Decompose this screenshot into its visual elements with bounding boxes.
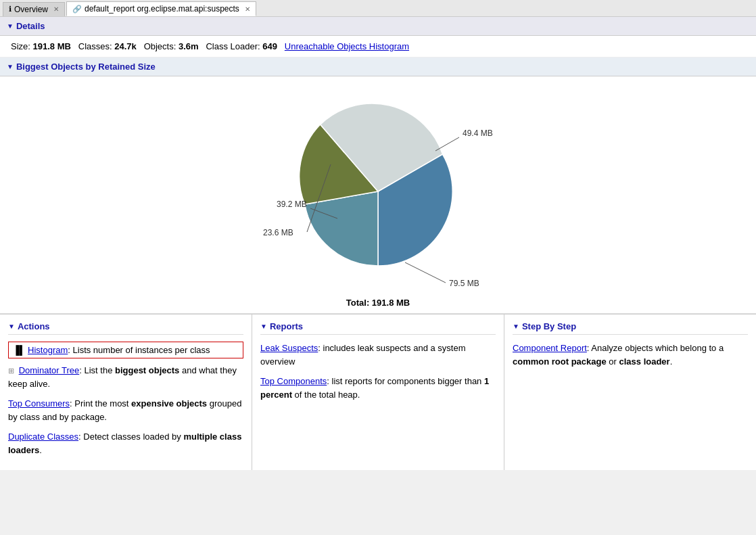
tab-default-report-close[interactable]: ✕ [245,5,250,13]
details-collapse-icon[interactable]: ▼ [7,22,14,30]
reports-panel: ▼ Reports Leak Suspects: includes leak s… [252,315,504,470]
size-label: Size: [11,41,30,51]
label-line-1 [435,137,459,151]
label-23mb: 23.6 MB [263,228,293,237]
main-content: ▼ Details Size: 191.8 MB Classes: 24.7k … [0,17,756,470]
tab-overview-label: Overview [14,5,48,14]
histogram-action-item: ▐▌ Histogram: Lists number of instances … [8,342,243,358]
reports-collapse-icon[interactable]: ▼ [260,323,267,330]
objects-value: 3.6m [179,41,199,51]
chart-total-label: Total: 191.8 MB [236,298,520,308]
duplicate-classes-link[interactable]: Duplicate Classes [8,432,78,442]
reports-header-label: Reports [270,321,303,331]
histogram-bar-icon: ▐▌ [13,345,25,355]
dominator-desc1: : List the [79,365,115,375]
details-section-header: ▼ Details [0,17,756,36]
histogram-link[interactable]: Histogram [28,345,68,355]
info-icon: ℹ [9,5,11,14]
actions-panel-header: ▼ Actions [8,321,243,335]
tab-default-report-label: default_report org.eclipse.mat.api:suspe… [85,4,239,14]
step-by-step-panel: ▼ Step By Step Component Report: Analyze… [504,315,756,470]
top-components-item: Top Components: list reports for compone… [260,375,496,401]
classloader-label: Class Loader: [206,41,260,51]
component-report-link[interactable]: Component Report [513,343,587,353]
duplicate-classes-desc2: . [39,445,42,455]
tab-overview-close[interactable]: ✕ [53,5,59,13]
bottom-panels: ▼ Actions ▐▌ Histogram: Lists number of … [0,314,756,470]
actions-panel: ▼ Actions ▐▌ Histogram: Lists number of … [0,315,252,470]
leak-suspects-item: Leak Suspects: includes leak suspects an… [260,342,496,368]
pie-wrapper: 49.4 MB 39.2 MB 23.6 MB 79.5 MB Total: 1… [236,90,520,293]
objects-label: Objects: [144,41,176,51]
top-consumers-action-item: Top Consumers: Print the most expensive … [8,397,243,423]
top-components-desc2: of the total heap. [292,390,360,400]
unreachable-objects-link[interactable]: Unreachable Objects Histogram [285,41,409,51]
pie-chart-svg: 49.4 MB 39.2 MB 23.6 MB 79.5 MB [236,90,520,293]
histogram-desc: : Lists number of instances per class [68,345,210,355]
actions-collapse-icon[interactable]: ▼ [8,323,15,330]
label-49mb: 49.4 MB [463,129,493,138]
component-report-bold2: class loader [619,356,670,367]
top-components-desc1: : list reports for components bigger tha… [327,376,484,386]
classes-label: Classes: [78,41,112,51]
details-bar: Size: 191.8 MB Classes: 24.7k Objects: 3… [0,36,756,57]
report-icon: 🔗 [72,5,82,14]
size-value: 191.8 MB [33,41,71,51]
component-report-desc3: . [670,356,673,367]
component-report-desc1: : Analyze objects which belong to a [587,343,724,353]
actions-header-label: Actions [18,321,50,331]
label-39mb: 39.2 MB [277,200,307,209]
leak-suspects-link[interactable]: Leak Suspects [260,343,318,353]
tab-overview[interactable]: ℹ Overview ✕ [3,2,65,16]
step-by-step-collapse-icon[interactable]: ▼ [513,323,519,330]
top-consumers-link[interactable]: Top Consumers [8,398,70,409]
dominator-tree-icon: ⊞ [8,367,14,375]
label-79mb: 79.5 MB [449,279,479,288]
reports-panel-header: ▼ Reports [260,321,496,335]
chart-section-header: ▼ Biggest Objects by Retained Size [0,57,756,76]
chart-header-label: Biggest Objects by Retained Size [16,62,156,72]
dominator-bold: biggest objects [115,365,179,375]
classloader-value: 649 [262,41,277,51]
classes-value: 24.7k [114,41,137,51]
component-report-desc2: or [607,356,619,367]
component-report-item: Component Report: Analyze objects which … [513,342,748,368]
chart-collapse-icon[interactable]: ▼ [7,63,14,70]
top-consumers-bold: expensive objects [131,398,207,409]
top-consumers-desc1: : Print the most [70,398,131,409]
tab-default-report[interactable]: 🔗 default_report org.eclipse.mat.api:sus… [66,1,256,16]
dominator-tree-action-item: ⊞ Dominator Tree: List the biggest objec… [8,364,243,390]
duplicate-classes-desc1: : Detect classes loaded by [78,432,183,442]
top-components-link[interactable]: Top Components [260,376,327,386]
details-header-label: Details [16,21,45,31]
duplicate-classes-action-item: Duplicate Classes: Detect classes loaded… [8,430,243,457]
label-line-4 [405,262,446,283]
step-by-step-panel-header: ▼ Step By Step [513,321,748,335]
chart-section: 49.4 MB 39.2 MB 23.6 MB 79.5 MB Total: 1… [0,76,756,314]
chart-container: 49.4 MB 39.2 MB 23.6 MB 79.5 MB Total: 1… [0,83,756,300]
dominator-tree-link[interactable]: Dominator Tree [19,365,80,375]
tab-bar: ℹ Overview ✕ 🔗 default_report org.eclips… [0,0,756,17]
component-report-bold1: common root package [513,356,607,367]
step-by-step-header-label: Step By Step [522,321,576,331]
